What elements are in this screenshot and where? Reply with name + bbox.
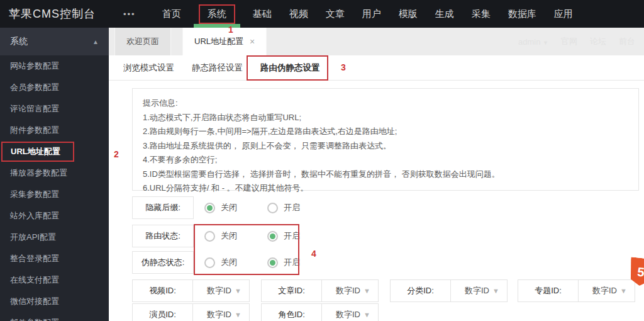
id-group-category: 分类ID: 数字ID ▼ [390, 279, 508, 302]
chevron-down-icon: ▼ [364, 311, 370, 318]
sidebar-item-player-params[interactable]: 播放器参数配置 [0, 162, 109, 184]
tips-line: 2.路由规则每行一条,中间用=>隔开,左边是路由表达式,右边是路由地址; [143, 125, 628, 139]
tips-panel: 提示信息: 1.动态模式下,开启路由状态将自动重写URL; 2.路由规则每行一条… [132, 88, 639, 191]
more-menu-icon[interactable]: ••• [123, 0, 136, 28]
radio-hide-suffix-off[interactable]: 关闭 [204, 196, 237, 219]
actor-id-select[interactable]: 数字ID ▼ [193, 304, 249, 321]
sidebar: 系统 ▲ 网站参数配置 会员参数配置 评论留言配置 附件参数配置 URL地址配置… [0, 28, 109, 321]
field-label: 文章ID: [262, 280, 322, 301]
article-id-select[interactable]: 数字ID ▼ [322, 280, 378, 301]
sidebar-group-system[interactable]: 系统 ▲ [0, 28, 109, 55]
chevron-down-icon: ▼ [235, 311, 242, 318]
video-id-select[interactable]: 数字ID ▼ [193, 280, 249, 301]
tips-line: 6.URL分隔符支持/ 和 - 。不建议用其他符号。 [143, 181, 628, 196]
nav-item-app[interactable]: 应用 [545, 0, 582, 28]
sidebar-item-oauth-login[interactable]: 整合登录配置 [0, 248, 109, 269]
tab-welcome[interactable]: 欢迎页面 [114, 28, 171, 55]
app-window: 苹果CMS控制台 ••• 首页 系统 基础 视频 文章 用户 模版 生成 采集 … [0, 0, 644, 321]
tips-title: 提示信息: [143, 96, 628, 111]
sidebar-item-attachment-params[interactable]: 附件参数配置 [0, 120, 109, 141]
field-label: 隐藏后缀: [132, 196, 194, 219]
tab-close-icon[interactable]: × [250, 37, 255, 47]
annotation-step-2: 2 [114, 149, 119, 159]
category-id-select[interactable]: 数字ID ▼ [451, 280, 507, 301]
nav-item-collect[interactable]: 采集 [463, 0, 499, 28]
radio-route-off[interactable]: 关闭 [204, 225, 237, 247]
field-label: 伪静态状态: [132, 251, 194, 274]
id-group-actor: 演员ID: 数字ID ▼ [132, 303, 250, 321]
radio-rewrite-off[interactable]: 关闭 [204, 251, 237, 274]
sidebar-item-url-config[interactable]: URL地址配置 [0, 141, 109, 162]
form-row-route-status: 路由状态: 关闭 开启 [132, 225, 396, 247]
subtab-static-path[interactable]: 静态路径设置 [192, 62, 243, 74]
id-group-topic: 专题ID: 数字ID ▼ [518, 279, 635, 302]
chevron-down-icon: ▼ [492, 287, 499, 295]
field-label: 专题ID: [518, 280, 579, 301]
sidebar-item-member-params[interactable]: 会员参数配置 [0, 77, 109, 98]
radio-checked-icon [267, 257, 278, 268]
link-frontend[interactable]: 前台 [619, 36, 635, 47]
nav-item-article[interactable]: 文章 [317, 0, 353, 28]
field-label: 分类ID: [391, 280, 451, 301]
field-label: 路由状态: [132, 225, 194, 247]
chevron-down-icon: ▼ [543, 40, 548, 46]
nav-item-system[interactable]: 系统 [190, 0, 244, 28]
field-label: 角色ID: [262, 304, 322, 321]
chevron-down-icon: ▼ [235, 287, 242, 295]
tips-line: 5.ID类型根据需要自行选择， 选择拼音时， 数据中不能有重复的拼音， 否则获取… [143, 167, 628, 182]
sidebar-item-open-api[interactable]: 开放API配置 [0, 227, 109, 248]
sidebar-item-mail-params[interactable]: 邮件参数配置 [0, 312, 109, 321]
chevron-down-icon: ▼ [364, 287, 370, 295]
radio-checked-icon [267, 231, 278, 242]
chevron-down-icon: ▼ [620, 287, 627, 295]
sidebar-item-collect-params[interactable]: 采集参数配置 [0, 184, 109, 205]
nav-item-template[interactable]: 模版 [390, 0, 426, 28]
role-id-select[interactable]: 数字ID ▼ [322, 304, 378, 321]
subtab-bar: 浏览模式设置 静态路径设置 路由伪静态设置 [109, 55, 644, 81]
chevron-up-icon: ▲ [92, 38, 99, 45]
nav-item-generate[interactable]: 生成 [426, 0, 463, 28]
id-group-role: 角色ID: 数字ID ▼ [261, 303, 379, 321]
id-group-video: 视频ID: 数字ID ▼ [132, 279, 250, 302]
field-label: 演员ID: [133, 304, 193, 321]
topbar-links: admin ▼ 官网 论坛 前台 [518, 28, 635, 55]
top-navbar: 苹果CMS控制台 ••• 首页 系统 基础 视频 文章 用户 模版 生成 采集 … [0, 0, 644, 28]
tab-bar: 欢迎页面 URL地址配置 × admin ▼ 官网 论坛 前台 [109, 28, 644, 55]
nav-item-video[interactable]: 视频 [280, 0, 317, 28]
radio-unchecked-icon [204, 231, 215, 242]
nav-item-database[interactable]: 数据库 [499, 0, 545, 28]
field-label: 视频ID: [133, 280, 193, 301]
subtab-route-rewrite[interactable]: 路由伪静态设置 [260, 62, 320, 74]
radio-hide-suffix-on[interactable]: 开启 [267, 196, 300, 219]
subtab-browse-mode[interactable]: 浏览模式设置 [123, 62, 174, 74]
sidebar-item-online-pay[interactable]: 在线支付配置 [0, 269, 109, 291]
radio-unchecked-icon [267, 203, 278, 213]
radio-unchecked-icon [204, 257, 215, 268]
sidebar-item-comment-params[interactable]: 评论留言配置 [0, 98, 109, 120]
main-nav: 首页 系统 基础 视频 文章 用户 模版 生成 采集 数据库 应用 [153, 0, 582, 28]
radio-route-on[interactable]: 开启 [267, 225, 300, 247]
form-row-hide-suffix: 隐藏后缀: 关闭 开启 [132, 196, 396, 219]
form-row-rewrite-status: 伪静态状态: 关闭 开启 [132, 251, 396, 274]
app-title: 苹果CMS控制台 [0, 0, 123, 28]
tab-url-config[interactable]: URL地址配置 × [182, 28, 267, 55]
nav-item-basic[interactable]: 基础 [244, 0, 280, 28]
user-menu[interactable]: admin ▼ [518, 37, 548, 47]
nav-item-user[interactable]: 用户 [353, 0, 390, 28]
tips-line: 3.路由地址是系统提供的， 原则上不会变， 只需要调整路由表达式。 [143, 139, 628, 154]
link-official-site[interactable]: 官网 [561, 36, 577, 47]
nav-item-home[interactable]: 首页 [153, 0, 190, 28]
id-group-article: 文章ID: 数字ID ▼ [261, 279, 379, 302]
link-forum[interactable]: 论坛 [590, 36, 606, 47]
topic-id-select[interactable]: 数字ID ▼ [579, 280, 635, 301]
tips-line: 1.动态模式下,开启路由状态将自动重写URL; [143, 111, 628, 125]
sidebar-item-site-params[interactable]: 网站参数配置 [0, 55, 109, 77]
sidebar-menu: 网站参数配置 会员参数配置 评论留言配置 附件参数配置 URL地址配置 播放器参… [0, 55, 109, 321]
radio-rewrite-on[interactable]: 开启 [267, 251, 300, 274]
sidebar-item-wechat[interactable]: 微信对接配置 [0, 291, 109, 312]
radio-checked-icon [204, 203, 215, 213]
tips-line: 4.不要有多余的空行; [143, 153, 628, 167]
sidebar-item-external-store[interactable]: 站外入库配置 [0, 205, 109, 227]
sidebar-group-label: 系统 [10, 36, 28, 47]
